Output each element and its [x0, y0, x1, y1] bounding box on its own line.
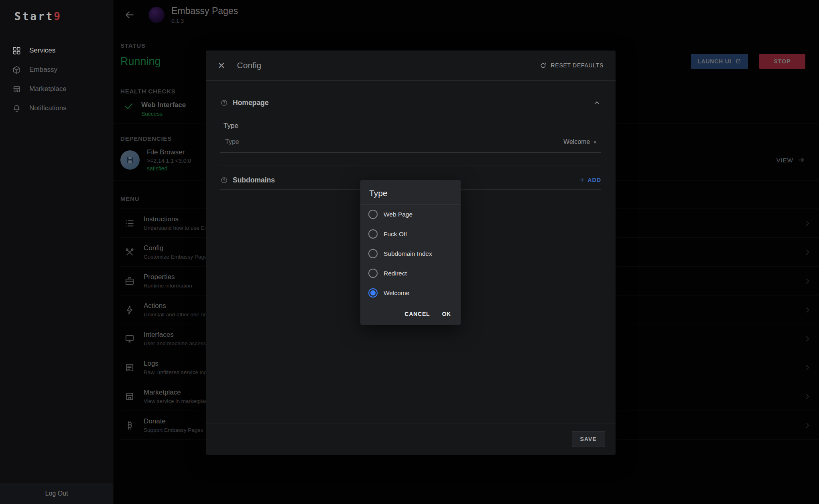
- cancel-button[interactable]: CANCEL: [404, 311, 430, 317]
- radio-option-label: Welcome: [384, 289, 409, 297]
- type-dialog-header: Type: [360, 180, 461, 204]
- radio-option-label: Redirect: [384, 270, 407, 277]
- radio-option-fuck-off[interactable]: Fuck Off: [360, 224, 461, 244]
- type-dialog-title: Type: [369, 188, 452, 198]
- radio-icon: [368, 269, 378, 278]
- radio-option-label: Fuck Off: [384, 231, 407, 238]
- type-dialog-footer: CANCEL OK: [360, 303, 461, 325]
- radio-icon: [368, 249, 378, 258]
- radio-option-web-page[interactable]: Web Page: [360, 204, 461, 224]
- type-dialog: Type Web Page Fuck Off Subdomain Index R…: [360, 180, 461, 325]
- radio-icon: [368, 210, 378, 219]
- ok-button[interactable]: OK: [442, 311, 451, 317]
- radio-option-subdomain-index[interactable]: Subdomain Index: [360, 244, 461, 263]
- radio-icon: [368, 288, 378, 298]
- radio-option-label: Web Page: [384, 211, 413, 218]
- radio-option-redirect[interactable]: Redirect: [360, 263, 461, 283]
- type-dialog-options: Web Page Fuck Off Subdomain Index Redire…: [360, 204, 461, 303]
- radio-option-label: Subdomain Index: [384, 250, 432, 257]
- radio-icon: [368, 229, 378, 239]
- radio-option-welcome[interactable]: Welcome: [360, 283, 461, 303]
